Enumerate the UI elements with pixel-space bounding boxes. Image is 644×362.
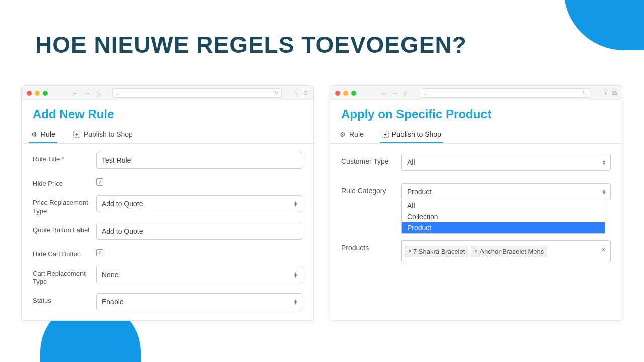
window-minimize-icon[interactable]	[343, 90, 348, 96]
tabs: ⚙ Rule + Publish to Shop	[330, 126, 622, 144]
tab-rule[interactable]: ⚙ Rule	[337, 126, 366, 143]
nav-home-icon[interactable]: ⌂	[95, 89, 99, 97]
tab-publish-label: Publish to Shop	[392, 130, 441, 138]
remove-tag-icon[interactable]: ×	[474, 248, 478, 255]
window-maximize-icon[interactable]	[351, 90, 356, 96]
nav-home-icon[interactable]: ⌂	[404, 89, 408, 97]
status-label: Status	[33, 293, 96, 305]
chevron-updown-icon: ▴▾	[294, 272, 297, 278]
tab-publish-to-shop[interactable]: + Publish to Shop	[380, 126, 443, 143]
chevron-updown-icon: ▴▾	[603, 159, 605, 165]
product-tag[interactable]: × 7 Shakra Bracelet	[405, 246, 468, 257]
clear-all-tags-icon[interactable]: ×	[601, 246, 605, 253]
nav-forward-icon[interactable]: →	[392, 89, 398, 97]
chevron-updown-icon: ▴▾	[603, 189, 605, 195]
search-icon: ⌕	[116, 90, 119, 96]
reload-icon[interactable]: ↻	[274, 89, 278, 96]
rule-category-dropdown: All Collection Product	[401, 200, 605, 234]
cart-replacement-type-label: Cart Replacement Type	[33, 266, 96, 287]
decoration-blob-top-right	[564, 0, 644, 50]
dropdown-option-collection[interactable]: Collection	[402, 211, 605, 222]
dropdown-option-product[interactable]: Product	[402, 222, 605, 233]
window-minimize-icon[interactable]	[35, 90, 40, 96]
dropdown-option-all[interactable]: All	[402, 200, 605, 211]
window-apply-on-specific-product: ← → ⌂ ⌕ ↻ + ⧉ Apply on Specific Product …	[330, 85, 622, 321]
window-add-new-rule: ← → ⌂ ⌕ ↻ + ⧉ Add New Rule ⚙ Rule + Publ…	[21, 85, 314, 321]
rule-category-select[interactable]: Product ▴▾	[401, 183, 611, 200]
publish-icon: +	[73, 131, 80, 138]
reload-icon[interactable]: ↻	[582, 89, 587, 96]
search-icon: ⌕	[424, 90, 428, 96]
products-label: Products	[341, 240, 401, 252]
customer-type-label: Customer Type	[341, 154, 401, 165]
hide-price-label: Hide Price	[33, 176, 96, 188]
nav-forward-icon[interactable]: →	[84, 89, 90, 97]
tab-publish-label: Publish to Shop	[84, 130, 133, 138]
nav-back-icon[interactable]: ←	[72, 89, 78, 97]
quote-button-label-input[interactable]	[96, 223, 302, 240]
nav-back-icon[interactable]: ←	[380, 89, 387, 97]
tabs: ⚙ Rule + Publish to Shop	[22, 126, 313, 144]
panel-title: Apply on Specific Product	[330, 100, 622, 126]
address-bar[interactable]: ⌕ ↻	[112, 88, 282, 98]
rule-category-label: Rule Category	[341, 183, 401, 195]
product-tag-label: Anchor Bracelet Mens	[479, 248, 544, 255]
cart-replacement-type-value: None	[102, 270, 118, 279]
cart-replacement-type-select[interactable]: None ▴▾	[96, 266, 302, 283]
hide-price-checkbox[interactable]: ✓	[96, 178, 103, 186]
product-tag[interactable]: × Anchor Bracelet Mens	[471, 246, 547, 257]
tab-rule-label: Rule	[41, 130, 55, 138]
tab-rule-label: Rule	[349, 130, 364, 138]
new-tab-icon[interactable]: +	[603, 89, 607, 97]
products-input[interactable]: × 7 Shakra Bracelet × Anchor Bracelet Me…	[401, 240, 611, 262]
address-bar[interactable]: ⌕ ↻	[421, 88, 591, 98]
status-value: Enable	[102, 298, 124, 306]
panel-title: Add New Rule	[22, 100, 313, 126]
rule-category-value: Product	[407, 188, 431, 196]
hide-cart-button-label: Hide Cart Button	[33, 247, 96, 259]
page-heading: HOE NIEUWE REGELS TOEVOEGEN?	[35, 31, 467, 58]
gear-icon: ⚙	[339, 131, 346, 138]
customer-type-value: All	[407, 158, 415, 166]
remove-tag-icon[interactable]: ×	[408, 248, 412, 255]
window-maximize-icon[interactable]	[43, 90, 48, 96]
status-select[interactable]: Enable ▴▾	[96, 293, 302, 310]
price-replacement-type-label: Price Replacement Type	[33, 195, 96, 216]
titlebar: ← → ⌂ ⌕ ↻ + ⧉	[22, 86, 313, 100]
window-close-icon[interactable]	[27, 90, 32, 96]
price-replacement-type-value: Add to Quote	[102, 200, 143, 208]
tabs-icon[interactable]: ⧉	[612, 89, 617, 97]
tab-publish-to-shop[interactable]: + Publish to Shop	[71, 126, 135, 143]
publish-icon: +	[382, 131, 389, 138]
customer-type-select[interactable]: All ▴▾	[401, 154, 611, 171]
chevron-updown-icon: ▴▾	[294, 201, 297, 207]
gear-icon: ⚙	[31, 131, 38, 138]
chevron-updown-icon: ▴▾	[294, 299, 297, 305]
tab-rule[interactable]: ⚙ Rule	[29, 126, 57, 143]
new-tab-icon[interactable]: +	[295, 89, 299, 97]
price-replacement-type-select[interactable]: Add to Quote ▴▾	[96, 195, 302, 212]
rule-title-label: Rule Title	[33, 155, 60, 163]
rule-title-input[interactable]	[96, 152, 302, 169]
tabs-icon[interactable]: ⧉	[304, 89, 308, 97]
window-close-icon[interactable]	[335, 90, 340, 96]
titlebar: ← → ⌂ ⌕ ↻ + ⧉	[330, 86, 622, 100]
quote-button-label-label: Qoute Button Label	[33, 223, 96, 235]
hide-cart-button-checkbox[interactable]: ✓	[96, 249, 103, 256]
product-tag-label: 7 Shakra Bracelet	[413, 248, 465, 255]
